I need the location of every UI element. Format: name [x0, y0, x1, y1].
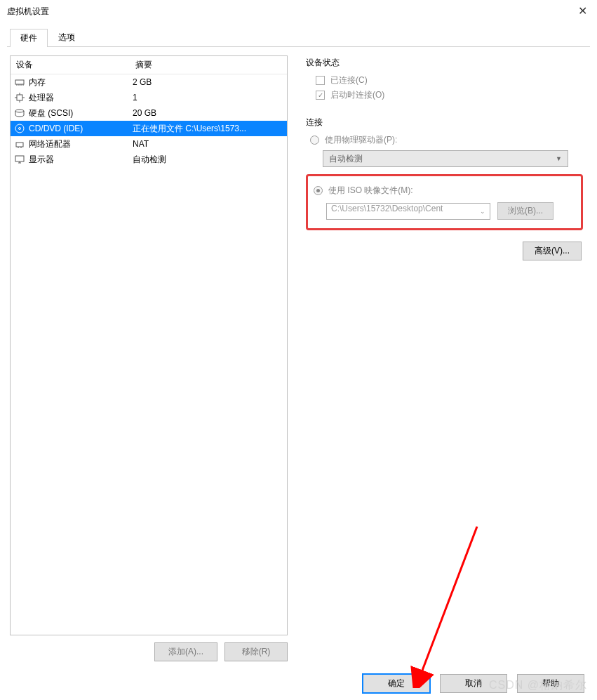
physical-drive-value: 自动检测: [329, 153, 363, 165]
svg-rect-16: [15, 156, 24, 161]
chevron-down-icon: ⌄: [480, 208, 485, 215]
remove-button[interactable]: 移除(R): [224, 642, 288, 661]
iso-input-row: C:\Users\15732\Desktop\Cent ⌄ 浏览(B)...: [326, 202, 577, 220]
advanced-button[interactable]: 高级(V)...: [523, 242, 582, 260]
physical-drive-label: 使用物理驱动器(P):: [325, 134, 397, 146]
iso-radio-row[interactable]: 使用 ISO 映像文件(M):: [314, 185, 577, 197]
device-col-header: 设备: [11, 56, 130, 74]
device-name: 网络适配器: [29, 138, 133, 150]
cd-icon: [13, 122, 26, 135]
advanced-button-row: 高级(V)...: [306, 242, 583, 260]
checkbox-icon[interactable]: [316, 76, 325, 85]
svg-rect-5: [17, 95, 22, 100]
disk-icon: [13, 107, 26, 119]
device-row[interactable]: 网络适配器NAT: [11, 136, 287, 152]
device-summary: 20 GB: [133, 108, 284, 118]
title-bar: 虚拟机设置 ✕: [0, 0, 597, 22]
connection-group-title: 连接: [306, 117, 583, 128]
checkbox-icon[interactable]: ✓: [316, 91, 325, 100]
device-row[interactable]: 内存2 GB: [11, 74, 287, 90]
add-button[interactable]: 添加(A)...: [154, 642, 217, 661]
device-name: 硬盘 (SCSI): [29, 107, 133, 119]
right-pane: 设备状态 已连接(C) ✓ 启动时连接(O) 连接 使用物理驱动器(P): 自动…: [295, 47, 590, 667]
device-name: 处理器: [29, 92, 133, 104]
device-name: CD/DVD (IDE): [29, 124, 133, 133]
cpu-icon: [13, 91, 26, 104]
physical-drive-dropdown-row: 自动检测 ▼: [323, 150, 583, 167]
device-list: 设备 摘要 内存2 GB处理器1硬盘 (SCSI)20 GBCD/DVD (ID…: [10, 55, 288, 635]
connect-on-start-label: 启动时连接(O): [330, 89, 384, 101]
chevron-down-icon: ▼: [556, 155, 562, 162]
svg-point-10: [15, 110, 24, 112]
memory-icon: [13, 76, 26, 88]
device-row[interactable]: CD/DVD (IDE)正在使用文件 C:\Users\1573...: [11, 121, 287, 136]
iso-highlight-box: 使用 ISO 映像文件(M): C:\Users\15732\Desktop\C…: [306, 174, 583, 230]
iso-path-input[interactable]: C:\Users\15732\Desktop\Cent ⌄: [326, 203, 490, 220]
connected-checkbox-row: 已连接(C): [316, 74, 583, 86]
device-summary: 1: [133, 93, 284, 103]
device-summary: 2 GB: [133, 77, 284, 87]
tab-strip: 硬件 选项: [7, 28, 590, 47]
browse-button[interactable]: 浏览(B)...: [497, 202, 554, 220]
close-icon[interactable]: ✕: [578, 4, 587, 18]
connect-on-start-row: ✓ 启动时连接(O): [316, 89, 583, 101]
main-pane: 设备 摘要 内存2 GB处理器1硬盘 (SCSI)20 GBCD/DVD (ID…: [7, 47, 590, 667]
iso-path-value: C:\Users\15732\Desktop\Cent: [331, 204, 443, 213]
device-name: 内存: [29, 77, 133, 88]
connection-group: 连接 使用物理驱动器(P): 自动检测 ▼ 使用 ISO 映像文件(M):: [306, 117, 583, 260]
svg-point-12: [19, 128, 21, 130]
svg-rect-0: [15, 80, 24, 84]
physical-drive-dropdown[interactable]: 自动检测 ▼: [323, 150, 568, 167]
radio-icon[interactable]: [314, 186, 323, 195]
help-button[interactable]: 帮助: [517, 674, 584, 693]
connected-label: 已连接(C): [330, 74, 368, 86]
content-area: 硬件 选项 设备 摘要 内存2 GB处理器1硬盘 (SCSI)20 GBCD/D…: [7, 28, 590, 666]
physical-drive-radio-row[interactable]: 使用物理驱动器(P):: [310, 134, 583, 146]
device-summary: 自动检测: [133, 154, 284, 166]
ok-button[interactable]: 确定: [363, 674, 430, 693]
iso-label: 使用 ISO 映像文件(M):: [328, 185, 413, 197]
device-buttons: 添加(A)... 移除(R): [10, 635, 288, 661]
tab-options[interactable]: 选项: [48, 28, 86, 46]
device-list-header: 设备 摘要: [11, 56, 287, 74]
window-title: 虚拟机设置: [7, 6, 49, 18]
device-row[interactable]: 显示器自动检测: [11, 152, 287, 167]
cancel-button[interactable]: 取消: [440, 674, 507, 693]
dialog-footer: 确定 取消 帮助: [363, 674, 584, 693]
status-group-title: 设备状态: [306, 57, 583, 69]
display-icon: [13, 153, 26, 166]
svg-rect-13: [16, 143, 23, 147]
left-pane: 设备 摘要 内存2 GB处理器1硬盘 (SCSI)20 GBCD/DVD (ID…: [7, 47, 295, 667]
net-icon: [13, 138, 26, 150]
device-row[interactable]: 硬盘 (SCSI)20 GB: [11, 105, 287, 121]
device-row[interactable]: 处理器1: [11, 90, 287, 105]
radio-icon[interactable]: [310, 136, 319, 145]
device-summary: 正在使用文件 C:\Users\1573...: [133, 123, 284, 135]
svg-point-11: [15, 124, 24, 133]
tab-hardware[interactable]: 硬件: [10, 29, 48, 47]
device-name: 显示器: [29, 154, 133, 166]
device-summary: NAT: [133, 139, 284, 149]
summary-col-header: 摘要: [130, 56, 287, 74]
